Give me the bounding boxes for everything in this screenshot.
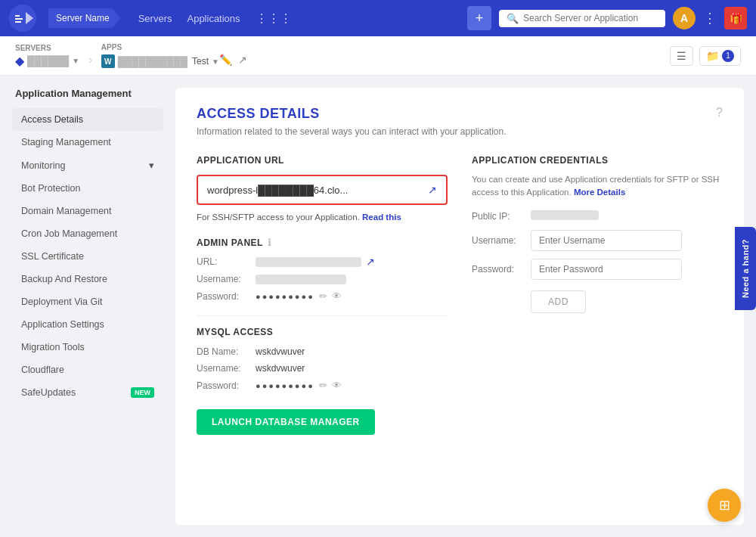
left-column: APPLICATION URL wordpress-l████████64.cl… [197,155,448,435]
add-button[interactable]: + [467,6,491,30]
top-nav: Server Name Servers Applications ⋮⋮⋮ + 🔍… [0,0,756,36]
search-icon: 🔍 [507,13,519,24]
show-password-icon[interactable]: 👁 [332,290,342,302]
external-link-icon[interactable]: ↗ [238,54,247,66]
page-body: ACCESS DETAILS Information related to th… [175,88,744,525]
need-a-hand-button[interactable]: Need a hand? [735,227,756,310]
apps-breadcrumb: Apps W ██████████ Test ▼ [101,43,219,68]
sidebar-title: Application Management [12,88,163,99]
gift-icon[interactable]: 🎁 [724,7,747,29]
edit-icon[interactable]: ✏️ [219,54,232,66]
cred-username-input[interactable] [531,230,682,251]
server-vultr-icon: ◆ [15,54,24,68]
cred-username-label: Username: [472,235,525,246]
app-url-section-title: APPLICATION URL [197,155,448,166]
sidebar-item-migration[interactable]: Migration Tools [12,336,163,359]
db-name-label: DB Name: [197,346,249,357]
ssh-note: For SSH/SFTP access to your Application.… [197,213,448,222]
nav-link-servers[interactable]: Servers [138,13,172,24]
mysql-section-title: MYSQL ACCESS [197,327,448,337]
mysql-username-label: Username: [197,363,249,374]
cred-password-input[interactable] [531,259,682,280]
db-name-value: wskdvwuver [256,346,305,357]
app-name[interactable]: ██████████ [118,56,187,67]
apps-label: Apps [101,43,219,51]
grid-icon[interactable]: ⋮⋮⋮ [256,11,292,26]
view-badge: 1 [722,50,734,62]
cred-section-title: APPLICATION CREDENTIALS [472,155,723,166]
avatar[interactable]: A [673,7,696,29]
list-icon: ☰ [677,50,686,62]
floating-help-wrapper[interactable]: Need a hand? [735,227,756,310]
chevron-down-icon: ▾ [149,160,154,171]
edit-mysql-password-icon[interactable]: ✏ [319,380,327,391]
sidebar-item-access-details[interactable]: Access Details [12,108,163,131]
sidebar-item-ssl[interactable]: SSL Certificate [12,245,163,268]
more-details-link[interactable]: More Details [574,188,625,197]
mysql-username-row: Username: wskdvwuver [197,363,448,374]
nav-breadcrumb-server[interactable]: Server Name [48,8,120,28]
mysql-password-value: ●●●●●●●●● ✏ 👁 [256,380,342,391]
help-icon[interactable]: ? [716,106,723,120]
nav-right: + 🔍 A ⋮ 🎁 [467,6,747,30]
sidebar-item-cron[interactable]: Cron Job Management [12,222,163,245]
nav-logo[interactable] [9,5,36,32]
list-view-button[interactable]: ☰ [670,46,693,66]
admin-url-row: URL: ↗ [197,256,448,268]
admin-panel-title: ADMIN PANEL [197,237,263,248]
breadcrumb-actions: ✏️ ↗ [219,54,247,66]
nav-link-applications[interactable]: Applications [187,13,240,24]
public-ip-row: Public IP: [472,210,723,222]
fab-icon: ⊞ [719,497,730,514]
right-column: APPLICATION CREDENTIALS You can create a… [472,155,723,435]
sidebar-item-staging[interactable]: Staging Management [12,131,163,154]
search-input[interactable] [523,13,658,23]
page-subtitle: Information related to the several ways … [197,126,723,137]
app-tag: Test [192,56,209,67]
grid-view-button[interactable]: 📁 1 [699,46,741,66]
admin-info-icon[interactable]: ℹ [268,237,271,248]
admin-url-label: URL: [197,256,249,267]
sidebar-item-deployment[interactable]: Deployment Via Git [12,290,163,313]
page-title: ACCESS DETAILS [197,106,723,122]
wordpress-icon: W [101,54,115,68]
sidebar-item-bot-protection[interactable]: Bot Protection [12,177,163,200]
app-dropdown-icon[interactable]: ▼ [212,57,219,66]
fab-button[interactable]: ⊞ [708,489,741,522]
admin-username-label: Username: [197,274,249,284]
sidebar-item-monitoring[interactable]: Monitoring ▾ [12,154,163,177]
db-name-row: DB Name: wskdvwuver [197,346,448,357]
cred-username-row: Username: [472,230,723,251]
servers-breadcrumb: Servers ◆ ██████ ▼ [15,44,79,68]
app-url-box: wordpress-l████████64.clo... ↗ [197,175,448,205]
public-ip-value [531,210,599,222]
admin-password-dots: ●●●●●●●●● [256,292,314,301]
sidebar-item-cloudflare[interactable]: Cloudflare [12,359,163,381]
launch-db-manager-button[interactable]: LAUNCH DATABASE MANAGER [197,409,375,435]
admin-username-row: Username: [197,274,448,284]
sidebar-item-backup[interactable]: Backup And Restore [12,268,163,290]
two-column-layout: APPLICATION URL wordpress-l████████64.cl… [197,155,723,435]
admin-url-ext-icon[interactable]: ↗ [366,256,375,268]
read-this-link[interactable]: Read this [362,213,401,222]
more-options-icon[interactable]: ⋮ [703,10,717,26]
breadcrumb-separator: › [88,54,92,66]
server-name[interactable]: ██████ [27,55,69,67]
nav-breadcrumb: Server Name [48,8,120,28]
show-mysql-password-icon[interactable]: 👁 [332,380,342,391]
sidebar-item-domain[interactable]: Domain Management [12,200,163,222]
admin-url-value: ↗ [256,256,375,268]
nav-links: Servers Applications ⋮⋮⋮ [138,11,292,26]
add-credentials-button[interactable]: ADD [531,290,586,313]
server-dropdown-icon[interactable]: ▼ [72,57,79,65]
sidebar-item-safeupdates[interactable]: SafeUpdates NEW [12,381,163,404]
mysql-divider [197,315,448,316]
admin-password-value: ●●●●●●●●● ✏ 👁 [256,290,342,302]
breadcrumb-right: ☰ 📁 1 [670,46,741,66]
cred-password-label: Password: [472,264,525,275]
admin-password-label: Password: [197,291,249,302]
admin-password-row: Password: ●●●●●●●●● ✏ 👁 [197,290,448,302]
app-url-external-link-icon[interactable]: ↗ [428,184,437,196]
sidebar-item-app-settings[interactable]: Application Settings [12,313,163,336]
edit-password-icon[interactable]: ✏ [319,290,327,302]
